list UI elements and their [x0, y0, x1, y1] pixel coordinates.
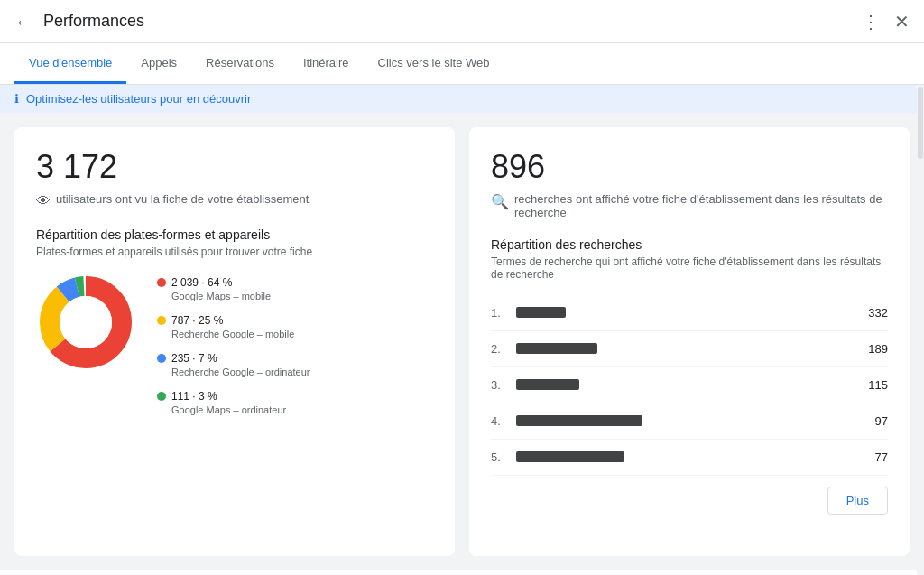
search-bar-5	[516, 451, 624, 462]
views-card: 3 172 👁 utilisateurs ont vu la fiche de …	[14, 127, 455, 556]
search-section-subtitle: Termes de recherche qui ont affiché votr…	[491, 255, 888, 281]
legend-label-1: 2 039 · 64 %	[171, 276, 232, 289]
search-count-2: 189	[868, 342, 888, 356]
plus-button-container: Plus	[491, 476, 888, 515]
header: ← Performances ⋮ ✕	[0, 0, 924, 43]
chart-legend: 2 039 · 64 % Google Maps – mobile 787 · …	[157, 273, 310, 415]
search-rank-3: 3.	[491, 378, 505, 392]
views-stat-text: utilisateurs ont vu la fiche de votre ét…	[56, 192, 309, 206]
scrollbar[interactable]	[917, 85, 924, 575]
search-card: 896 🔍 recherches ont affiché votre fiche…	[469, 127, 910, 556]
views-stat-number: 3 172	[36, 149, 433, 185]
legend-label-3: 235 · 7 %	[171, 352, 217, 365]
legend-dot-1	[157, 278, 166, 287]
views-section-title: Répartition des plates-formes et apparei…	[36, 227, 433, 242]
search-rank-2: 2.	[491, 342, 505, 356]
legend-dot-3	[157, 354, 166, 363]
search-stat-number: 896	[491, 149, 888, 185]
donut-chart	[36, 273, 135, 372]
search-bar-3	[516, 379, 579, 390]
search-bar-1	[516, 307, 566, 318]
header-right: ⋮ ✕	[862, 11, 910, 32]
legend-label-4: 111 · 3 %	[171, 390, 217, 403]
search-stat-text: recherches ont affiché votre fiche d'éta…	[514, 192, 888, 219]
chart-section: 2 039 · 64 % Google Maps – mobile 787 · …	[36, 273, 433, 415]
back-icon[interactable]: ←	[14, 13, 32, 31]
views-section-subtitle: Plates-formes et appareils utilisés pour…	[36, 246, 433, 258]
search-item-5: 5. 77	[491, 440, 888, 476]
search-item-3: 3. 115	[491, 367, 888, 403]
search-count-1: 332	[868, 306, 888, 320]
search-icon: 🔍	[491, 193, 509, 210]
search-rank-4: 4.	[491, 414, 505, 428]
tab-clicks[interactable]: Clics vers le site Web	[364, 43, 504, 84]
search-bar-4	[516, 415, 642, 426]
tab-overview[interactable]: Vue d'ensemble	[14, 43, 126, 84]
legend-dot-4	[157, 392, 166, 401]
search-section-title: Répartition des recherches	[491, 237, 888, 252]
legend-item-3: 235 · 7 % Recherche Google – ordinateur	[157, 352, 310, 377]
search-rank-5: 5.	[491, 450, 505, 464]
search-bar-2	[516, 343, 597, 354]
search-item-2: 2. 189	[491, 331, 888, 367]
eye-icon: 👁	[36, 193, 51, 209]
tab-reservations[interactable]: Réservations	[191, 43, 289, 84]
svg-point-4	[60, 296, 112, 348]
search-item-1: 1. 332	[491, 295, 888, 331]
legend-label-2: 787 · 25 %	[171, 314, 223, 327]
page-title: Performances	[43, 12, 144, 31]
search-count-3: 115	[868, 378, 888, 392]
legend-item-2: 787 · 25 % Recherche Google – mobile	[157, 314, 310, 339]
scrollbar-thumb[interactable]	[918, 87, 923, 159]
banner-text: Optimisez-les utilisateurs pour en décou…	[26, 92, 251, 106]
search-count-4: 97	[875, 414, 888, 428]
main-content: 3 172 👁 utilisateurs ont vu la fiche de …	[0, 113, 924, 570]
tabs-bar: Vue d'ensemble Appels Réservations Itiné…	[0, 43, 924, 85]
search-count-5: 77	[875, 450, 888, 464]
legend-dot-2	[157, 316, 166, 325]
search-rank-1: 1.	[491, 306, 505, 320]
legend-sub-2: Recherche Google – mobile	[171, 329, 310, 339]
banner-icon: ℹ	[14, 92, 19, 106]
tab-calls[interactable]: Appels	[126, 43, 191, 84]
search-list: 1. 332 2. 189 3. 115	[491, 295, 888, 476]
search-stat-desc: 🔍 recherches ont affiché votre fiche d'é…	[491, 192, 888, 219]
banner: ℹ Optimisez-les utilisateurs pour en déc…	[0, 85, 924, 113]
tab-itinerary[interactable]: Itinéraire	[289, 43, 364, 84]
legend-sub-3: Recherche Google – ordinateur	[171, 366, 310, 377]
legend-item-1: 2 039 · 64 % Google Maps – mobile	[157, 276, 310, 301]
legend-sub-1: Google Maps – mobile	[171, 291, 310, 301]
views-stat-desc: 👁 utilisateurs ont vu la fiche de votre …	[36, 192, 433, 209]
close-icon[interactable]: ✕	[894, 11, 910, 32]
more-icon[interactable]: ⋮	[862, 11, 880, 32]
legend-sub-4: Google Maps – ordinateur	[171, 404, 310, 415]
plus-button[interactable]: Plus	[827, 487, 888, 515]
legend-item-4: 111 · 3 % Google Maps – ordinateur	[157, 390, 310, 415]
header-left: ← Performances	[14, 12, 144, 31]
search-item-4: 4. 97	[491, 403, 888, 440]
